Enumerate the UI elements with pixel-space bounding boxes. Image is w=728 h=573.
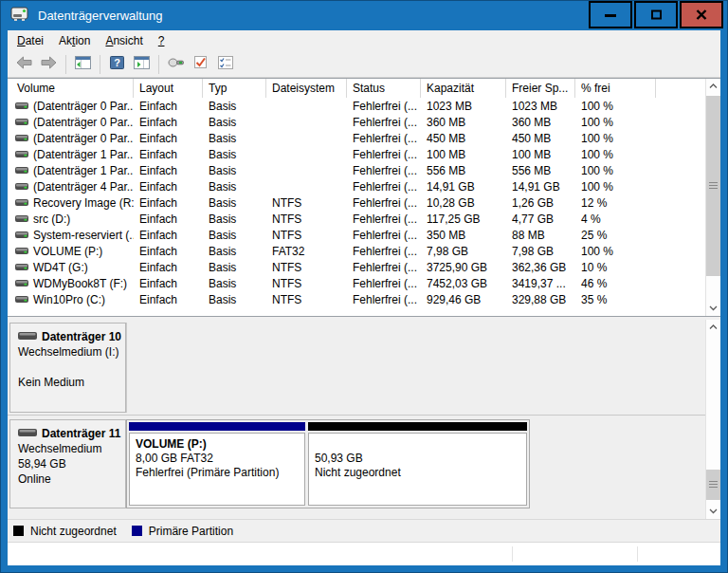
maximize-button[interactable]: [634, 1, 678, 28]
volume-list-scrollbar[interactable]: [705, 79, 720, 316]
scroll-down-button[interactable]: [706, 504, 720, 519]
scroll-down-button[interactable]: [706, 301, 720, 316]
minimize-button[interactable]: [589, 1, 632, 28]
disk-management-window: Datenträgerverwaltung DateiAktionAnsicht…: [0, 0, 728, 573]
toolbar-help-button[interactable]: ?: [106, 54, 128, 75]
volume-cell: 7452,03 GB: [421, 277, 506, 290]
toolbar-tasklist-button[interactable]: [214, 54, 236, 75]
toolbar-check-button[interactable]: [190, 54, 211, 75]
volume-row[interactable]: (Datenträger 1 Par...EinfachBasisFehlerf…: [8, 146, 705, 162]
volume-label: System-reserviert (...: [33, 229, 134, 242]
volume-row[interactable]: (Datenträger 1 Par...EinfachBasisFehlerf…: [8, 162, 705, 178]
close-button[interactable]: [680, 1, 723, 28]
volume-row[interactable]: System-reserviert (...EinfachBasisNTFSFe…: [8, 227, 705, 243]
volume-cell: NTFS: [266, 196, 347, 210]
volume-cell: Basis: [203, 180, 266, 194]
volume-cell: 329,88 GB: [506, 293, 575, 306]
volume-table-header: VolumeLayoutTypDateisystemStatusKapazitä…: [8, 79, 705, 98]
volume-cell: 14,91 GB: [506, 180, 575, 194]
volume-row[interactable]: Win10Pro (C:)EinfachBasisNTFSFehlerfrei …: [8, 291, 705, 307]
unallocated-region[interactable]: 50,93 GBNicht zugeordnet: [308, 422, 527, 506]
legend-item: Primäre Partition: [132, 525, 233, 538]
volume-icon: [15, 213, 28, 226]
volume-cell: 100 MB: [506, 148, 575, 161]
menu-item-datei[interactable]: Datei: [9, 31, 51, 50]
volume-name-cell: Win10Pro (C:): [8, 293, 134, 306]
volume-row[interactable]: Recovery Image (R:)EinfachBasisNTFSFehle…: [8, 194, 705, 211]
disk-icon: [18, 426, 37, 441]
volume-cell: Basis: [203, 293, 266, 306]
column-header-6[interactable]: Freier Sp...: [506, 79, 575, 98]
toolbar-properties-button[interactable]: [165, 54, 187, 75]
volume-cell: Einfach: [134, 196, 203, 210]
volume-cell: 100 %: [575, 148, 656, 161]
disk-graph-empty[interactable]: [126, 323, 703, 413]
disk-info-line: Wechselmedium: [18, 441, 121, 456]
scrollbar-track[interactable]: [706, 94, 720, 301]
volume-cell: Einfach: [134, 229, 203, 242]
toolbar-back-button[interactable]: [13, 54, 35, 75]
volume-label: (Datenträger 1 Par...: [33, 164, 134, 177]
toolbar-console-tree-button[interactable]: [72, 54, 94, 75]
graphical-view-scrollbar[interactable]: [705, 320, 720, 519]
scroll-up-button[interactable]: [706, 79, 720, 94]
scrollbar-thumb[interactable]: [706, 96, 720, 276]
menu-item-[interactable]: ?: [151, 31, 173, 50]
partition-body: 50,93 GBNicht zugeordnet: [308, 433, 527, 506]
volume-cell: Basis: [203, 164, 266, 177]
disk-header-cell[interactable]: Datenträger 10Wechselmedium (I:) Kein Me…: [9, 323, 126, 413]
menu-item-aktion[interactable]: Aktion: [51, 31, 98, 50]
volume-cell: Fehlerfrei (...: [347, 293, 421, 306]
toolbar-forward-button[interactable]: [38, 54, 60, 75]
disk-row-datentr-ger-11: Datenträger 11Wechselmedium58,94 GBOnlin…: [9, 419, 703, 508]
toolbar-action-pane-button[interactable]: [131, 54, 153, 75]
scrollbar-gripper-icon: [709, 182, 718, 190]
close-icon: [696, 9, 707, 20]
volume-cell: NTFS: [266, 229, 347, 242]
disk-title: Datenträger 11: [18, 426, 121, 441]
graphical-view-pane: Datenträger 10Wechselmedium (I:) Kein Me…: [8, 320, 720, 519]
volume-label: (Datenträger 0 Par...: [33, 132, 134, 145]
volume-icon: [15, 132, 28, 145]
volume-icon: [15, 261, 28, 274]
column-header-7[interactable]: % frei: [575, 79, 656, 98]
volume-row[interactable]: (Datenträger 4 Par...EinfachBasisFehlerf…: [8, 178, 705, 194]
menu-item-ansicht[interactable]: Ansicht: [98, 31, 150, 50]
chevron-down-icon: [709, 508, 718, 514]
volume-row[interactable]: WD4T (G:)EinfachBasisNTFSFehlerfrei (...…: [8, 259, 705, 275]
volume-cell: 1023 MB: [421, 100, 506, 113]
volume-label: src (D:): [33, 213, 70, 226]
column-header-4[interactable]: Status: [347, 79, 421, 98]
volume-cell: Fehlerfrei (...: [347, 213, 421, 226]
disk-title: Datenträger 10: [18, 329, 121, 344]
volume-name-cell: WDMyBook8T (F:): [8, 277, 134, 290]
maximize-icon: [650, 9, 663, 20]
volume-cell: Basis: [203, 100, 266, 113]
volume-row[interactable]: (Datenträger 0 Par...EinfachBasisFehlerf…: [8, 98, 705, 114]
volume-cell: Fehlerfrei (...: [347, 277, 421, 290]
chevron-up-icon: [709, 83, 718, 89]
scroll-up-button[interactable]: [706, 320, 720, 335]
disk-header-cell[interactable]: Datenträger 11Wechselmedium58,94 GBOnlin…: [9, 419, 126, 508]
partition-region[interactable]: VOLUME (P:)8,00 GB FAT32Fehlerfrei (Prim…: [129, 422, 305, 506]
scrollbar-track[interactable]: [706, 335, 720, 504]
volume-row[interactable]: src (D:)EinfachBasisNTFSFehlerfrei (...1…: [8, 211, 705, 227]
column-header-2[interactable]: Typ: [203, 79, 266, 98]
volume-name-cell: (Datenträger 1 Par...: [8, 164, 134, 177]
volume-name-cell: (Datenträger 0 Par...: [8, 100, 134, 113]
column-header-1[interactable]: Layout: [134, 79, 203, 98]
volume-row[interactable]: (Datenträger 0 Par...EinfachBasisFehlerf…: [8, 130, 705, 146]
volume-row[interactable]: VOLUME (P:)EinfachBasisFAT32Fehlerfrei (…: [8, 243, 705, 259]
volume-row[interactable]: (Datenträger 0 Par...EinfachBasisFehlerf…: [8, 114, 705, 130]
volume-cell: Einfach: [134, 277, 203, 290]
scrollbar-thumb[interactable]: [706, 470, 720, 500]
volume-cell: 100 %: [575, 132, 656, 145]
volume-cell: NTFS: [266, 293, 347, 306]
volume-cell: Einfach: [134, 180, 203, 194]
volume-row[interactable]: WDMyBook8T (F:)EinfachBasisNTFSFehlerfre…: [8, 275, 705, 291]
volume-table-body: (Datenträger 0 Par...EinfachBasisFehlerf…: [8, 98, 705, 307]
column-header-5[interactable]: Kapazität: [421, 79, 506, 98]
column-header-3[interactable]: Dateisystem: [266, 79, 347, 98]
volume-cell: 100 %: [575, 245, 656, 258]
column-header-0[interactable]: Volume: [8, 79, 134, 98]
